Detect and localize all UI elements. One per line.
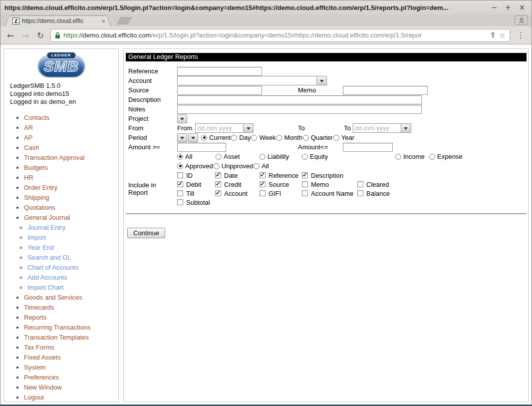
- url-text[interactable]: https://demo.cloud.efficito.com/erp/1.5/…: [63, 31, 487, 39]
- description-input[interactable]: [177, 95, 422, 104]
- radio-liability[interactable]: Liability: [260, 153, 302, 160]
- bookmark-star-icon[interactable]: ☆: [499, 31, 506, 40]
- checkbox-till[interactable]: Till: [177, 190, 215, 197]
- to-date-group[interactable]: [353, 123, 411, 133]
- sidebar-item-timecards[interactable]: Timecards: [24, 303, 118, 313]
- sidebar-item-system[interactable]: System: [24, 363, 118, 373]
- checkbox-date[interactable]: Date: [215, 172, 260, 179]
- radio-unpproved-icon[interactable]: [214, 163, 220, 169]
- notes-input[interactable]: [177, 105, 422, 114]
- from-date-chevron-icon[interactable]: [243, 124, 253, 132]
- sidebar-item-add-accounts[interactable]: Add Accounts: [27, 273, 118, 283]
- account-select[interactable]: [177, 76, 327, 85]
- checkbox-debit[interactable]: Debit: [177, 181, 215, 188]
- radio-week-icon[interactable]: [251, 135, 257, 141]
- checkbox-gifi-box[interactable]: [260, 190, 266, 196]
- sidebar-item-year-end[interactable]: Year End: [27, 243, 118, 253]
- profile-button[interactable]: [515, 15, 528, 25]
- sidebar-item-transaction-templates[interactable]: Transaction Templates: [24, 333, 118, 343]
- sidebar-item-search-and-gl[interactable]: Search and GL: [27, 253, 118, 263]
- checkbox-cleared[interactable]: Cleared: [357, 181, 390, 188]
- sidebar-item-chart-of-accounts[interactable]: Chart of Accounts: [27, 263, 118, 273]
- checkbox-account-box[interactable]: [215, 190, 221, 196]
- radio-day-icon[interactable]: [231, 135, 237, 141]
- sidebar-item-shipping[interactable]: Shipping: [24, 193, 118, 203]
- amount-le-input[interactable]: [343, 143, 393, 152]
- browser-menu-icon[interactable]: ⋮: [515, 31, 527, 40]
- period-month-select[interactable]: [177, 133, 187, 142]
- radio-current-icon[interactable]: [201, 135, 207, 141]
- sidebar-item-reports[interactable]: Reports: [24, 313, 118, 323]
- radio-equity-icon[interactable]: [302, 154, 308, 160]
- url-bar[interactable]: https://demo.cloud.efficito.com/erp/1.5/…: [50, 29, 510, 42]
- password-key-icon[interactable]: [490, 32, 496, 38]
- radio-current[interactable]: Current: [201, 134, 231, 141]
- radio-quarter-icon[interactable]: [303, 135, 309, 141]
- radio-year[interactable]: Year: [333, 134, 354, 141]
- reference-input[interactable]: [177, 67, 262, 76]
- sidebar-item-budgets[interactable]: Budgets: [24, 163, 118, 173]
- sidebar-item-general-journal[interactable]: General Journal: [24, 213, 118, 223]
- sidebar-item-fixed-assets[interactable]: Fixed Assets: [24, 353, 118, 363]
- sidebar-item-hr[interactable]: HR: [24, 173, 118, 183]
- radio-approval-all[interactable]: All: [254, 162, 268, 170]
- checkbox-subtotal[interactable]: Subtotal: [177, 199, 215, 206]
- checkbox-reference[interactable]: Reference: [260, 172, 302, 179]
- sidebar-item-import[interactable]: Import: [27, 233, 118, 243]
- radio-asset[interactable]: Asset: [216, 153, 260, 160]
- from-date-group[interactable]: [195, 123, 254, 133]
- minimize-icon[interactable]: −: [491, 3, 498, 12]
- sidebar-item-ar[interactable]: AR: [24, 123, 118, 133]
- sidebar-item-logout[interactable]: Logout: [24, 393, 118, 402]
- checkbox-description[interactable]: Description: [302, 172, 357, 179]
- sidebar-item-ap[interactable]: AP: [24, 133, 118, 143]
- checkbox-balance[interactable]: Balance: [357, 190, 390, 197]
- sidebar-item-new-window[interactable]: New Window: [24, 383, 118, 393]
- checkbox-account-name-box[interactable]: [302, 190, 308, 196]
- radio-month-icon[interactable]: [276, 135, 282, 141]
- sidebar-item-cash[interactable]: Cash: [24, 143, 118, 153]
- radio-month[interactable]: Month: [276, 134, 302, 141]
- checkbox-source-box[interactable]: [260, 181, 266, 187]
- radio-approved[interactable]: Approved: [177, 162, 213, 170]
- browser-tab[interactable]: L https://demo.cloud.effic ×: [4, 15, 111, 26]
- checkbox-gifi[interactable]: GIFI: [260, 190, 302, 197]
- source-input[interactable]: [177, 86, 262, 95]
- radio-all-categories-icon[interactable]: [177, 154, 183, 160]
- checkbox-source[interactable]: Source: [260, 181, 302, 188]
- checkbox-debit-box[interactable]: [177, 181, 183, 187]
- sidebar-item-tax-forms[interactable]: Tax Forms: [24, 343, 118, 353]
- sidebar-item-journal-entry[interactable]: Journal Entry: [27, 223, 118, 233]
- radio-unpproved[interactable]: Unpproved: [214, 162, 254, 170]
- checkbox-id-box[interactable]: [177, 172, 183, 178]
- radio-approved-icon[interactable]: [177, 163, 183, 169]
- amount-ge-input[interactable]: [177, 143, 226, 152]
- checkbox-till-box[interactable]: [177, 190, 183, 196]
- radio-expense-icon[interactable]: [429, 154, 435, 160]
- radio-year-icon[interactable]: [333, 135, 339, 141]
- checkbox-memo-box[interactable]: [302, 181, 308, 187]
- radio-equity[interactable]: Equity: [302, 153, 395, 160]
- to-date-chevron-icon[interactable]: [401, 124, 411, 132]
- maximize-icon[interactable]: +: [505, 3, 512, 12]
- back-icon[interactable]: ←: [5, 30, 15, 40]
- checkbox-id[interactable]: ID: [177, 172, 215, 179]
- radio-week[interactable]: Week: [251, 134, 275, 141]
- checkbox-subtotal-box[interactable]: [177, 199, 183, 205]
- checkbox-account-name[interactable]: Account Name: [302, 190, 357, 197]
- sidebar-item-contacts[interactable]: Contacts: [24, 113, 118, 123]
- checkbox-description-box[interactable]: [302, 172, 308, 178]
- chevron-down-icon[interactable]: [316, 76, 326, 85]
- sidebar-item-transaction-approval[interactable]: Transaction Approval: [24, 153, 118, 163]
- radio-asset-icon[interactable]: [216, 154, 222, 160]
- radio-day[interactable]: Day: [231, 134, 251, 141]
- secure-lock-icon[interactable]: [55, 32, 60, 39]
- checkbox-account[interactable]: Account: [215, 190, 260, 197]
- memo-input[interactable]: [343, 86, 428, 95]
- to-date-input[interactable]: [353, 124, 401, 132]
- tab-close-icon[interactable]: ×: [101, 17, 105, 25]
- checkbox-cleared-box[interactable]: [357, 181, 363, 187]
- forward-icon[interactable]: →: [20, 30, 30, 40]
- from-date-input[interactable]: [196, 124, 243, 132]
- radio-income-icon[interactable]: [395, 154, 401, 160]
